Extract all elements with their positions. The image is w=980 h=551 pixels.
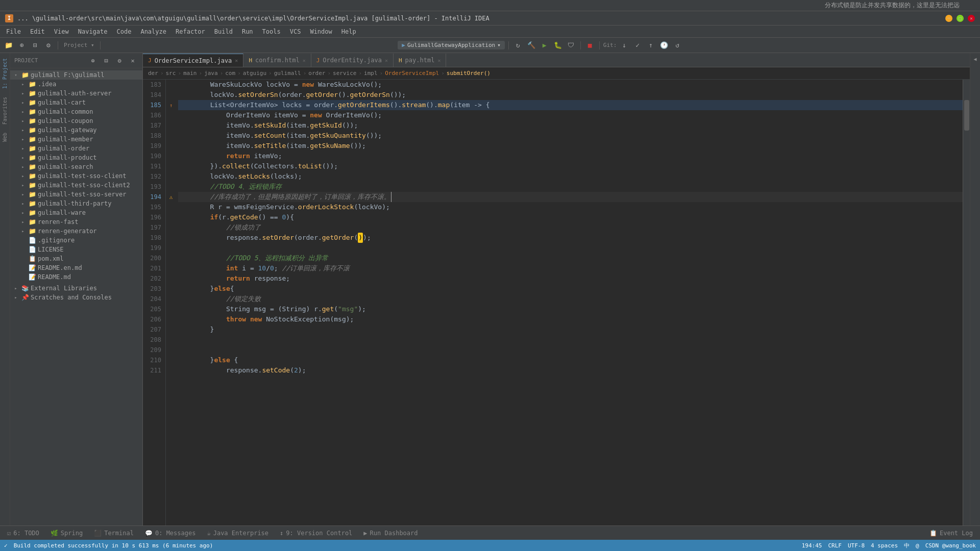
sidebar-collapse-btn[interactable]: ⊟ <box>101 55 112 66</box>
menu-build[interactable]: Build <box>210 27 237 36</box>
tree-item-cart[interactable]: ▸ 📁 gulimall-cart <box>10 98 142 107</box>
bottom-tab-event-log[interactable]: 📋 Event Log <box>924 527 978 540</box>
menu-view[interactable]: View <box>50 27 73 36</box>
tree-item-coupon[interactable]: ▸ 📁 gulimall-coupon <box>10 116 142 126</box>
scroll-thumb[interactable] <box>964 100 969 131</box>
status-encoding[interactable]: UTF-8 <box>848 542 865 549</box>
tree-item-third-party[interactable]: ▸ 📁 gulimall-third-party <box>10 199 142 208</box>
breadcrumb-order[interactable]: order <box>308 70 325 77</box>
coverage-btn[interactable]: 🛡 <box>566 40 577 51</box>
toolbar-btn-2[interactable]: ⊟ <box>30 40 41 51</box>
right-scrollbar[interactable] <box>963 80 970 525</box>
code-view[interactable]: WareSkuLockVo lockVo = new WareSkuLockVo… <box>176 80 963 525</box>
tree-item-ext-libs[interactable]: ▸ 📚 External Libraries <box>10 284 142 293</box>
menu-navigate[interactable]: Navigate <box>74 27 112 36</box>
tab-orderentity[interactable]: J OrderEntity.java ✕ <box>311 54 394 67</box>
tree-item-order[interactable]: ▸ 📁 gulimall-order <box>10 144 142 153</box>
tree-item-common[interactable]: ▸ 📁 gulimall-common <box>10 107 142 116</box>
sidebar-settings-btn[interactable]: ⚙ <box>114 55 125 66</box>
run-config-selector[interactable]: ▶ GulimallGatewayApplication ▾ <box>398 41 504 49</box>
tab-close-orderentity[interactable]: ✕ <box>385 58 388 63</box>
tree-item-scratches[interactable]: ▸ 📌 Scratches and Consoles <box>10 293 142 302</box>
tree-item-renren-fast[interactable]: ▸ 📁 renren-fast <box>10 217 142 227</box>
breadcrumb-service[interactable]: service <box>333 70 356 77</box>
menu-tools[interactable]: Tools <box>258 27 285 36</box>
tree-item-sso-client[interactable]: ▸ 📁 gulimall-test-sso-client <box>10 171 142 181</box>
minimize-button[interactable]: ─ <box>945 15 952 22</box>
breadcrumb-java[interactable]: java <box>204 70 218 77</box>
breadcrumb-atguigu[interactable]: atguigu <box>243 70 266 77</box>
tab-close-pay[interactable]: ✕ <box>437 58 440 63</box>
project-view-btn[interactable]: 📁 <box>3 40 14 51</box>
bottom-tab-java-enterprise[interactable]: ☕ Java Enterprise <box>202 527 274 540</box>
sidebar-add-btn[interactable]: ⊕ <box>87 55 99 66</box>
menu-analyze[interactable]: Analyze <box>136 27 170 36</box>
tree-item-gateway[interactable]: ▸ 📁 gulimall-gateway <box>10 126 142 135</box>
toolbar-btn-1[interactable]: ⊕ <box>16 40 28 51</box>
menu-run[interactable]: Run <box>238 27 257 36</box>
tab-pay[interactable]: H pay.html ✕ <box>394 54 446 67</box>
tree-item-sso-server[interactable]: ▸ 📁 gulimall-test-sso-server <box>10 190 142 199</box>
tree-item-ware[interactable]: ▸ 📁 gulimall-ware <box>10 208 142 217</box>
git-commit-btn[interactable]: ✓ <box>632 40 643 51</box>
status-position[interactable]: 194:45 <box>802 542 822 549</box>
breadcrumb-submitorder[interactable]: submitOrder() <box>447 70 491 77</box>
maximize-button[interactable]: □ <box>957 15 964 22</box>
git-update-btn[interactable]: ↓ <box>619 40 630 51</box>
activity-favorites[interactable]: Favorites <box>1 94 9 128</box>
tree-item-pom[interactable]: 📋 pom.xml <box>10 254 142 263</box>
tab-confirm[interactable]: H confirm.html ✕ <box>243 54 311 67</box>
breadcrumb-main[interactable]: main <box>183 70 197 77</box>
tab-close-orderserviceimpl[interactable]: ✕ <box>235 58 238 63</box>
tree-item-auth-server[interactable]: ▸ 📁 gulimall-auth-server <box>10 89 142 98</box>
settings-btn[interactable]: ⚙ <box>43 40 54 51</box>
menu-refactor[interactable]: Refactor <box>172 27 209 36</box>
menu-code[interactable]: Code <box>113 27 136 36</box>
menu-window[interactable]: Window <box>306 27 336 36</box>
breadcrumb-com[interactable]: com <box>225 70 235 77</box>
tab-close-confirm[interactable]: ✕ <box>303 58 306 63</box>
menu-file[interactable]: File <box>2 27 25 36</box>
stop-btn[interactable]: ■ <box>584 40 596 51</box>
tree-item-renren-gen[interactable]: ▸ 📁 renren-generator <box>10 227 142 236</box>
status-line-ending[interactable]: CRLF <box>828 542 842 549</box>
git-push-btn[interactable]: ↑ <box>645 40 656 51</box>
status-indent[interactable]: 4 spaces <box>871 542 898 549</box>
tab-orderserviceimpl[interactable]: J OrderServiceImpl.java ✕ <box>143 54 243 67</box>
run-btn[interactable]: ▶ <box>539 40 550 51</box>
tree-item-search[interactable]: ▸ 📁 gulimall-search <box>10 162 142 171</box>
breadcrumb-src[interactable]: src <box>166 70 176 77</box>
debug-btn[interactable]: 🐛 <box>552 40 564 51</box>
tree-item-gitignore[interactable]: 📄 .gitignore <box>10 236 142 245</box>
breadcrumb-der[interactable]: der <box>148 70 158 77</box>
tree-item-readme-en[interactable]: 📝 README.en.md <box>10 263 142 272</box>
activity-web[interactable]: Web <box>1 130 9 145</box>
breadcrumb-gulimall[interactable]: gulimall <box>274 70 301 77</box>
tree-item-member[interactable]: ▸ 📁 gulimall-member <box>10 135 142 144</box>
close-button[interactable]: ✕ <box>968 15 975 22</box>
menu-vcs[interactable]: VCS <box>286 27 305 36</box>
tree-item-product[interactable]: ▸ 📁 gulimall-product <box>10 153 142 162</box>
code-line-193: //TODO 4、远程锁库存 <box>178 182 963 192</box>
tree-item-gulimall[interactable]: ▾ 📁 gulimall F:\gulimall <box>10 70 142 80</box>
bottom-tab-run-dashboard[interactable]: ▶ Run Dashboard <box>358 527 423 540</box>
git-history-btn[interactable]: 🕐 <box>658 40 670 51</box>
build-btn[interactable]: 🔨 <box>526 40 537 51</box>
bottom-tab-terminal[interactable]: ⬛ Terminal <box>89 527 139 540</box>
breadcrumb-impl[interactable]: impl <box>364 70 378 77</box>
bottom-tab-spring[interactable]: 🌿 Spring <box>45 527 88 540</box>
menu-help[interactable]: Help <box>337 27 360 36</box>
bottom-tab-messages[interactable]: 💬 0: Messages <box>140 527 201 540</box>
tree-item-sso-client2[interactable]: ▸ 📁 gulimall-test-sso-client2 <box>10 181 142 190</box>
tree-item-idea[interactable]: ▸ 📁 .idea <box>10 80 142 89</box>
reload-btn[interactable]: ↻ <box>512 40 524 51</box>
bottom-tab-todo[interactable]: ☑ 6: TODO <box>2 527 44 540</box>
tree-item-readme[interactable]: 📝 README.md <box>10 272 142 282</box>
tree-item-license[interactable]: 📄 LICENSE <box>10 245 142 254</box>
breadcrumb-orderserviceimpl[interactable]: OrderServiceImpl <box>385 70 439 77</box>
bottom-tab-version-control[interactable]: ↕ 9: Version Control <box>275 527 357 540</box>
git-rollback-btn[interactable]: ↺ <box>672 40 683 51</box>
sidebar-close-btn[interactable]: ✕ <box>127 55 138 66</box>
menu-edit[interactable]: Edit <box>26 27 49 36</box>
activity-project[interactable]: 1: Project <box>1 55 9 92</box>
